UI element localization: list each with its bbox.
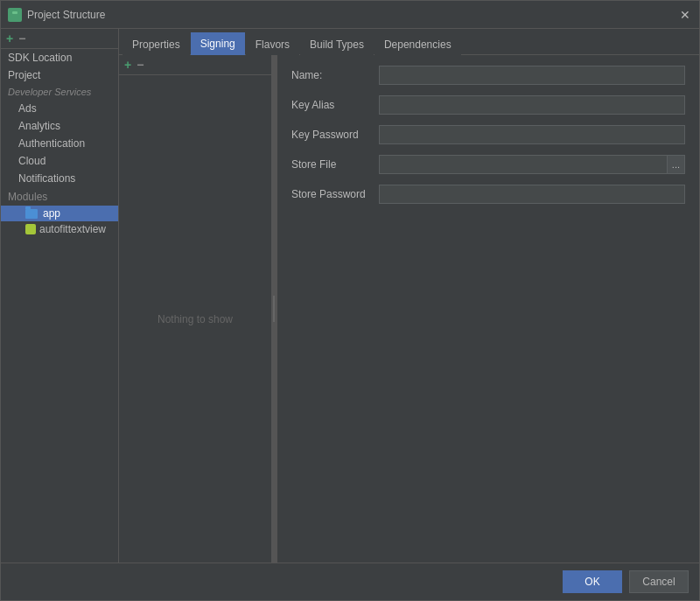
browse-button[interactable]: ...: [668, 155, 685, 174]
store-file-input-group: ...: [379, 155, 685, 174]
form-row-key-alias: Key Alias: [291, 95, 685, 115]
field-input-key-password[interactable]: [379, 125, 685, 144]
field-input-key-alias[interactable]: [379, 95, 685, 115]
sidebar-item-app[interactable]: app: [1, 206, 118, 221]
field-label-store-file: Store File: [291, 158, 379, 171]
sidebar-toolbar: + −: [1, 29, 118, 49]
android-icon: [25, 224, 36, 234]
main-content: + − SDK Location Project Developer Servi…: [1, 29, 699, 563]
folder-icon: [25, 209, 38, 219]
sidebar-item-authentication[interactable]: Authentication: [1, 135, 118, 152]
tab-flavors[interactable]: Flavors: [246, 33, 299, 55]
form-row-name: Name:: [291, 66, 685, 85]
sidebar-item-cloud[interactable]: Cloud: [1, 152, 118, 170]
app-icon: [8, 8, 22, 22]
sidebar-section-developer-services: Developer Services: [1, 84, 118, 100]
sidebar-item-notifications[interactable]: Notifications: [1, 170, 118, 187]
tabs-bar: Properties Signing Flavors Build Types D…: [119, 29, 699, 55]
svg-rect-1: [12, 11, 18, 14]
sidebar-item-sdk-location[interactable]: SDK Location: [1, 49, 118, 66]
svg-rect-0: [10, 13, 19, 19]
sidebar-item-analytics[interactable]: Analytics: [1, 117, 118, 135]
right-panel: Properties Signing Flavors Build Types D…: [119, 29, 699, 563]
dialog-title: Project Structure: [27, 9, 678, 21]
field-label-key-alias: Key Alias: [291, 99, 379, 111]
cancel-button[interactable]: Cancel: [629, 570, 689, 593]
resize-handle[interactable]: [272, 55, 277, 563]
bottom-bar: OK Cancel: [1, 563, 699, 600]
tab-signing[interactable]: Signing: [191, 32, 245, 55]
sidebar-item-project[interactable]: Project: [1, 66, 118, 84]
sidebar-item-autofittextview[interactable]: autofittextview: [1, 221, 118, 237]
ok-button[interactable]: OK: [563, 570, 622, 593]
field-label-store-password: Store Password: [291, 188, 379, 200]
remove-button[interactable]: −: [18, 32, 25, 45]
tab-dependencies[interactable]: Dependencies: [374, 33, 461, 55]
field-input-store-file[interactable]: [379, 155, 668, 174]
title-bar: Project Structure ✕: [1, 1, 699, 29]
config-remove-button[interactable]: −: [136, 59, 144, 71]
sidebar: + − SDK Location Project Developer Servi…: [1, 29, 119, 563]
config-empty-message: Nothing to show: [119, 75, 271, 563]
sidebar-item-ads[interactable]: Ads: [1, 100, 118, 117]
field-label-name: Name:: [291, 69, 379, 81]
close-button[interactable]: ✕: [678, 8, 692, 22]
config-add-button[interactable]: +: [124, 59, 131, 71]
form-area: Name: Key Alias Key Password: [277, 55, 699, 563]
field-label-key-password: Key Password: [291, 129, 379, 141]
form-row-key-password: Key Password: [291, 125, 685, 144]
field-input-store-password[interactable]: [379, 185, 685, 204]
tab-properties[interactable]: Properties: [122, 33, 190, 55]
form-row-store-file: Store File ...: [291, 155, 685, 174]
project-structure-dialog: Project Structure ✕ + − SDK Location Pro…: [0, 0, 700, 601]
add-button[interactable]: +: [6, 32, 13, 45]
content-area: + − Nothing to show Name:: [119, 55, 699, 563]
sidebar-modules-label: Modules: [1, 187, 118, 206]
tab-build-types[interactable]: Build Types: [300, 33, 374, 55]
config-list: + − Nothing to show: [119, 55, 272, 563]
form-row-store-password: Store Password: [291, 185, 685, 204]
config-toolbar: + −: [119, 55, 271, 75]
field-input-name[interactable]: [379, 66, 685, 85]
